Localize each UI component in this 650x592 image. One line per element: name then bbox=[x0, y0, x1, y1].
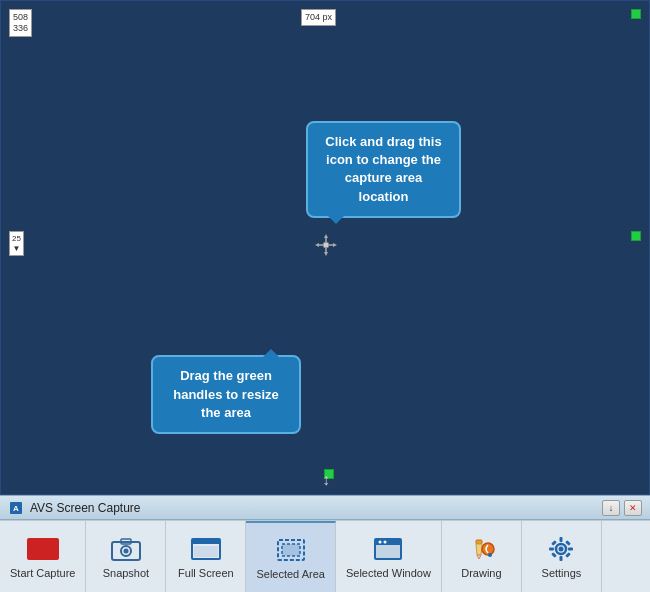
minimize-button[interactable]: ↓ bbox=[602, 500, 620, 516]
svg-rect-35 bbox=[552, 540, 558, 546]
svg-rect-17 bbox=[194, 546, 218, 557]
selected-window-button[interactable]: Selected Window bbox=[336, 521, 442, 592]
svg-point-30 bbox=[559, 546, 564, 551]
svg-rect-38 bbox=[566, 552, 572, 558]
svg-rect-32 bbox=[560, 556, 563, 561]
tooltip-resize: Drag the green handles to resize the are… bbox=[151, 355, 301, 434]
window-title: AVS Screen Capture bbox=[30, 501, 602, 515]
svg-rect-31 bbox=[560, 537, 563, 542]
svg-marker-8 bbox=[333, 243, 337, 247]
svg-point-23 bbox=[384, 540, 387, 543]
svg-marker-25 bbox=[476, 544, 482, 555]
settings-icon bbox=[545, 535, 577, 563]
resize-handle-topright[interactable] bbox=[631, 9, 641, 19]
svg-point-0 bbox=[323, 242, 329, 248]
drawing-icon bbox=[465, 535, 497, 563]
selected-area-button[interactable]: Selected Area bbox=[246, 521, 336, 592]
settings-label: Settings bbox=[542, 567, 582, 579]
dimension-left: 25 ▼ bbox=[9, 231, 24, 256]
svg-marker-6 bbox=[315, 243, 319, 247]
svg-rect-24 bbox=[476, 540, 482, 544]
window-controls: ↓ ✕ bbox=[602, 500, 642, 516]
drawing-button[interactable]: Drawing bbox=[442, 521, 522, 592]
svg-marker-2 bbox=[324, 234, 328, 238]
start-capture-button[interactable]: Start Capture bbox=[0, 521, 86, 592]
capture-area: 508 336 704 px 25 ▼ Click and drag this … bbox=[0, 0, 650, 495]
svg-point-28 bbox=[488, 553, 492, 557]
selected-area-icon bbox=[275, 536, 307, 564]
resize-handle-right[interactable] bbox=[631, 231, 641, 241]
svg-rect-37 bbox=[552, 552, 558, 558]
drawing-label: Drawing bbox=[461, 567, 501, 579]
snapshot-icon bbox=[110, 535, 142, 563]
svg-marker-4 bbox=[324, 252, 328, 256]
start-capture-label: Start Capture bbox=[10, 567, 75, 579]
settings-button[interactable]: Settings bbox=[522, 521, 602, 592]
svg-rect-36 bbox=[566, 540, 572, 546]
snapshot-button[interactable]: Snapshot bbox=[86, 521, 166, 592]
svg-text:A: A bbox=[13, 504, 19, 513]
dimension-topleft: 508 336 bbox=[9, 9, 32, 37]
full-screen-label: Full Screen bbox=[178, 567, 234, 579]
svg-point-27 bbox=[482, 543, 494, 555]
selected-window-label: Selected Window bbox=[346, 567, 431, 579]
resize-arrow-bottom[interactable]: ↕ bbox=[322, 471, 330, 489]
svg-rect-19 bbox=[282, 544, 300, 556]
full-screen-button[interactable]: Full Screen bbox=[166, 521, 246, 592]
svg-rect-34 bbox=[568, 547, 573, 550]
dimension-top: 704 px bbox=[301, 9, 336, 26]
tooltip-drag-icon: Click and drag this icon to change the c… bbox=[306, 121, 461, 218]
svg-point-14 bbox=[123, 548, 128, 553]
selected-window-icon bbox=[372, 535, 404, 563]
selected-area-label: Selected Area bbox=[256, 568, 325, 580]
svg-point-22 bbox=[379, 540, 382, 543]
full-screen-icon bbox=[190, 535, 222, 563]
svg-marker-26 bbox=[477, 555, 481, 559]
move-icon[interactable] bbox=[315, 234, 337, 256]
app-icon: A bbox=[8, 500, 24, 516]
snapshot-label: Snapshot bbox=[103, 567, 149, 579]
svg-rect-16 bbox=[192, 539, 220, 544]
start-capture-icon bbox=[27, 535, 59, 563]
toolbar: Start Capture Snapshot Full Screen bbox=[0, 520, 650, 592]
svg-rect-33 bbox=[549, 547, 554, 550]
title-bar: A AVS Screen Capture ↓ ✕ bbox=[0, 495, 650, 520]
close-button[interactable]: ✕ bbox=[624, 500, 642, 516]
